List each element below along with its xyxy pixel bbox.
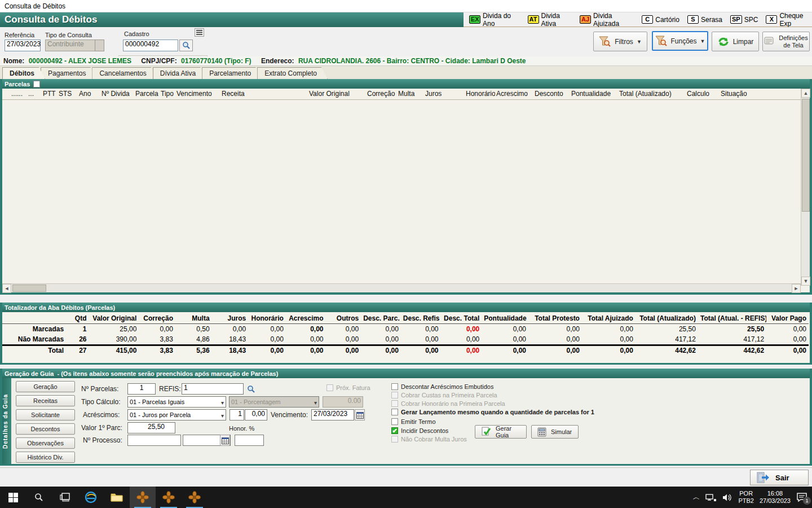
guia-side-button-descontos[interactable]: Descontos: [16, 423, 75, 435]
referencia-input[interactable]: 27/03/2023: [5, 40, 41, 51]
notification-center-button[interactable]: 1: [796, 492, 807, 502]
tab-cancelamentos[interactable]: Cancelamentos: [92, 67, 157, 79]
guia-side-button-hist-rico-div-[interactable]: Histórico Div.: [16, 452, 75, 463]
definicoes-tela-button[interactable]: Definiçõesde Tela: [762, 32, 810, 51]
vertical-scrollbar[interactable]: ▲ ▼: [801, 89, 810, 286]
guia-checkbox-gerar-lan-amento-mesmo-quando-a-quantida[interactable]: Gerar Lançamento mesmo quando a quantida…: [391, 409, 594, 415]
column-header[interactable]: [2, 89, 10, 99]
column-header[interactable]: Calculo: [686, 89, 720, 99]
detalhes-guia-side-tab[interactable]: Detalhes da Guia: [2, 378, 11, 464]
scroll-left-icon[interactable]: ◄: [2, 284, 11, 293]
column-header[interactable]: Juros: [424, 89, 465, 99]
tab-parcelamento[interactable]: Parcelamento: [202, 67, 262, 79]
hidden-icons-chevron[interactable]: ︿: [692, 492, 700, 502]
vertical-scroll-thumb[interactable]: [802, 99, 810, 212]
guia-checkbox-descontar-acr-scimos-embutidos[interactable]: Descontar Acréscimos Embutidos: [391, 383, 493, 390]
column-header[interactable]: Vencimento: [175, 89, 220, 99]
parcelas-bar-label: Parcelas: [5, 80, 30, 89]
column-header[interactable]: ...: [27, 89, 42, 99]
column-header[interactable]: Multa: [397, 89, 424, 99]
acrescimo-qtd-input[interactable]: 1: [230, 409, 244, 421]
processo-calendar-button[interactable]: [220, 435, 230, 446]
scroll-down-icon[interactable]: ▼: [801, 277, 810, 286]
scroll-right-icon[interactable]: ►: [792, 284, 801, 293]
guia-checkbox-emitir-termo[interactable]: Emitir Termo: [391, 418, 436, 425]
column-header[interactable]: Honorário: [465, 89, 495, 99]
totalizer-header: Desc. Refis: [401, 313, 441, 323]
app-window-button-2[interactable]: [156, 487, 182, 508]
tab-pagamentos[interactable]: Pagamentos: [41, 67, 96, 79]
legend-label: SPC: [744, 16, 758, 24]
column-header[interactable]: Parcela: [134, 89, 160, 99]
cadastro-input[interactable]: 000000492: [123, 40, 178, 51]
checkbox-icon[interactable]: [391, 383, 398, 390]
column-header[interactable]: Receita: [220, 89, 308, 99]
vencimento-calendar-button[interactable]: [355, 409, 365, 421]
language-indicator[interactable]: PORPTB2: [738, 490, 754, 505]
legend-label: Cartório: [655, 16, 679, 24]
app-window-button-1[interactable]: [130, 487, 156, 508]
totalizer-value: 0,00: [401, 323, 441, 334]
column-header[interactable]: Ano: [78, 89, 100, 99]
totalizer-value: 442,62: [698, 345, 766, 356]
column-header[interactable]: Valor Original: [308, 89, 366, 99]
guia-checkbox-incidir-descontos[interactable]: ✔Incidir Descontos: [391, 427, 448, 434]
totalizer-value: 0,00: [441, 323, 482, 334]
totalizer-header: [2, 313, 66, 323]
guia-side-button-gera-o[interactable]: Geração: [16, 381, 75, 392]
column-header[interactable]: Situação: [720, 89, 804, 99]
checkbox-icon: [391, 436, 398, 443]
processo-input[interactable]: [127, 435, 181, 446]
column-header[interactable]: Nº Divida: [100, 89, 134, 99]
list-view-button[interactable]: [195, 28, 204, 37]
column-header[interactable]: Correção: [366, 89, 397, 99]
filtros-button[interactable]: Filtros ▼: [593, 32, 647, 51]
acrescimos-select[interactable]: 01 - Juros por Parcela: [127, 409, 226, 421]
column-header[interactable]: STS: [58, 89, 78, 99]
start-button[interactable]: [0, 487, 26, 508]
vencimento-input[interactable]: 27/03/2023: [311, 409, 354, 421]
acrescimo-valor-input[interactable]: 0,00: [245, 409, 267, 421]
parcelas-select-all-checkbox[interactable]: [33, 81, 40, 87]
internet-explorer-button[interactable]: [78, 487, 104, 508]
column-header[interactable]: ......: [10, 89, 27, 99]
gerar-guia-button[interactable]: Gerar Guia: [475, 425, 527, 439]
column-header[interactable]: Pontualidade: [570, 89, 618, 99]
horizontal-scroll-thumb[interactable]: [12, 284, 46, 292]
checkbox-icon[interactable]: [391, 418, 398, 425]
column-header[interactable]: Acrescimo: [495, 89, 533, 99]
network-icon[interactable]: [705, 493, 717, 502]
funcoes-button[interactable]: Funções ▼: [652, 31, 708, 51]
guia-side-button-receitas[interactable]: Receitas: [16, 395, 75, 406]
taskbar-search-button[interactable]: [26, 487, 52, 508]
cadastro-search-button[interactable]: [179, 40, 193, 51]
simular-button[interactable]: Simular: [531, 425, 579, 439]
valor-parc-input[interactable]: 25,50: [127, 422, 175, 433]
clock[interactable]: 16:0827/03/2023: [760, 490, 791, 505]
limpar-button[interactable]: Limpar: [712, 32, 759, 51]
horizontal-scrollbar[interactable]: ◄ ►: [2, 283, 801, 292]
refis-input[interactable]: 1: [182, 383, 244, 395]
column-header[interactable]: PTT: [42, 89, 58, 99]
tab-extrato-completo[interactable]: Extrato Completo: [257, 67, 328, 79]
speaker-icon[interactable]: [722, 493, 732, 502]
tab-d-bitos[interactable]: Débitos: [2, 67, 45, 79]
tab-d-vida-ativa[interactable]: Dívida Ativa: [153, 67, 206, 79]
task-view-button[interactable]: [52, 487, 78, 508]
tipo-calculo-select[interactable]: 01 - Parcelas Iguais: [127, 396, 226, 408]
column-header[interactable]: Total (Atualizado): [618, 89, 686, 99]
app-window-button-3[interactable]: [182, 487, 208, 508]
tipo-consulta-dropdown-button[interactable]: [95, 40, 104, 51]
scroll-up-icon[interactable]: ▲: [801, 89, 810, 98]
column-header[interactable]: Tipo: [160, 89, 175, 99]
checkbox-icon[interactable]: ✔: [391, 427, 398, 434]
refis-search-button[interactable]: [245, 383, 257, 395]
guia-side-button-solicitante[interactable]: Solicitante: [16, 409, 75, 421]
checkbox-icon[interactable]: [391, 409, 398, 415]
sair-button[interactable]: Sair: [750, 470, 809, 485]
honor-input[interactable]: [235, 435, 264, 446]
n-parcelas-input[interactable]: 1: [127, 383, 156, 395]
file-explorer-button[interactable]: [104, 487, 130, 508]
column-header[interactable]: Desconto: [533, 89, 570, 99]
guia-side-button-observa-es[interactable]: Observações: [16, 437, 75, 449]
